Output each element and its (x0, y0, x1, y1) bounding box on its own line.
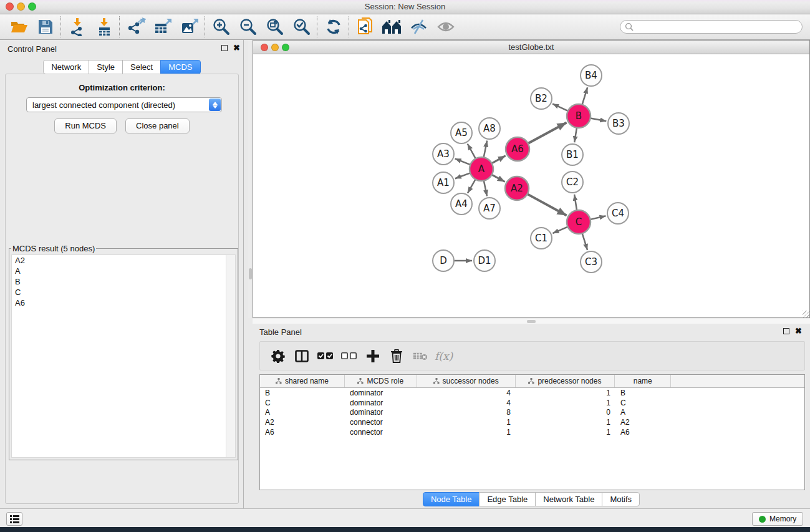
table-row[interactable]: Adominator80A (260, 407, 804, 417)
zoom-in-icon[interactable] (208, 16, 234, 38)
result-item-a6[interactable]: A6 (12, 297, 235, 308)
graph-edge-A-A1[interactable] (455, 173, 470, 178)
result-item-b[interactable]: B (12, 276, 235, 287)
maximize-window-button[interactable] (28, 2, 36, 11)
table-cell[interactable]: A (615, 408, 672, 417)
show-all-icon[interactable] (432, 16, 459, 38)
table-row[interactable]: Cdominator41C (260, 398, 804, 408)
table-cell[interactable]: A6 (615, 428, 672, 437)
minimize-window-button[interactable] (17, 2, 25, 11)
table-cell[interactable]: B (615, 389, 672, 397)
export-network-icon[interactable] (122, 16, 149, 38)
table-cell[interactable]: 1 (417, 428, 516, 437)
graph-edge-A6-B[interactable] (528, 122, 567, 143)
add-column-icon[interactable] (361, 344, 385, 368)
memory-button[interactable]: Memory (752, 512, 803, 526)
graph-edge-A-A7[interactable] (484, 181, 487, 196)
settings-gear-icon[interactable] (266, 344, 290, 368)
table-cell[interactable]: connector (345, 418, 417, 427)
table-cell[interactable]: A2 (260, 418, 345, 427)
graph-edge-B-B1[interactable] (574, 128, 577, 142)
function-builder-icon[interactable]: f(x) (435, 350, 453, 362)
close-window-button[interactable] (6, 2, 14, 11)
table-cell[interactable]: dominator (345, 399, 417, 407)
graph-edge-C-C3[interactable] (582, 233, 587, 250)
tab-network-table[interactable]: Network Table (535, 492, 602, 506)
float-panel-icon[interactable] (221, 45, 228, 51)
graph-edge-A-A8[interactable] (484, 141, 487, 158)
result-list-scrollbar[interactable] (226, 255, 235, 457)
table-cell[interactable]: 4 (417, 389, 516, 397)
graph-edge-C-C1[interactable] (552, 227, 567, 233)
desktop-horizontal-scrollbar-thumb[interactable] (527, 320, 536, 323)
column-header-shared-name[interactable]: shared name (260, 375, 345, 387)
window-resize-grip[interactable] (803, 311, 809, 317)
tab-edge-table[interactable]: Edge Table (479, 492, 536, 506)
import-table-icon[interactable] (90, 16, 117, 38)
column-header-predecessor-nodes[interactable]: predecessor nodes (516, 375, 615, 387)
graph-edge-B-B3[interactable] (591, 118, 607, 122)
network-canvas[interactable]: B4B2BB3A8A5A6B1A3AC2A1A2A4A7C4CC1C3DD1 (254, 54, 809, 317)
result-item-c[interactable]: C (12, 287, 235, 297)
column-header-mcds-role[interactable]: MCDS role (345, 375, 417, 387)
refresh-icon[interactable] (320, 16, 347, 38)
table-row[interactable]: A6connector11A6 (260, 427, 804, 437)
node-table[interactable]: shared nameMCDS rolesuccessor nodesprede… (259, 374, 805, 490)
export-image-icon[interactable] (176, 16, 203, 38)
tab-style[interactable]: Style (89, 60, 123, 74)
table-cell[interactable]: 0 (516, 408, 615, 417)
table-cell[interactable]: dominator (345, 389, 417, 397)
table-cell[interactable]: connector (345, 428, 417, 437)
table-cell[interactable]: A2 (615, 418, 672, 427)
task-history-button[interactable] (6, 512, 22, 526)
export-table-icon[interactable] (149, 16, 176, 38)
select-all-checkboxes-icon[interactable] (314, 344, 337, 368)
save-session-icon[interactable] (32, 16, 59, 38)
open-file-icon[interactable] (5, 16, 32, 38)
first-neighbors-icon[interactable] (378, 16, 405, 38)
float-panel-icon[interactable] (783, 328, 789, 334)
graph-edge-A-A2[interactable] (492, 175, 505, 181)
run-mcds-button[interactable]: Run MCDS (54, 118, 117, 133)
minimize-network-window-button[interactable] (271, 44, 279, 51)
table-cell[interactable]: 1 (516, 399, 615, 407)
table-cell[interactable]: 1 (516, 418, 615, 427)
graph-edge-C-C2[interactable] (574, 195, 577, 210)
mcds-result-list[interactable]: A2ABCA6 (11, 254, 236, 458)
table-cell[interactable]: dominator (345, 408, 417, 417)
close-panel-button[interactable]: Close panel (125, 118, 190, 133)
delete-table-icon[interactable] (408, 344, 432, 368)
table-cell[interactable]: 1 (516, 389, 615, 397)
close-panel-icon[interactable]: ✖ (233, 45, 240, 51)
table-cell[interactable]: A6 (260, 428, 345, 437)
tab-network[interactable]: Network (43, 60, 89, 74)
table-cell[interactable]: C (615, 399, 672, 407)
graph-edge-A-A4[interactable] (468, 179, 476, 193)
close-panel-icon[interactable]: ✖ (795, 328, 802, 334)
tab-select[interactable]: Select (122, 60, 161, 74)
search-input[interactable] (620, 20, 803, 34)
table-cell[interactable]: 1 (516, 428, 615, 437)
graph-edge-A-A3[interactable] (455, 158, 471, 165)
delete-column-icon[interactable] (385, 344, 408, 368)
graph-edge-A-A6[interactable] (492, 156, 506, 163)
column-header-successor-nodes[interactable]: successor nodes (417, 375, 516, 387)
graph-edge-A2-C[interactable] (528, 194, 567, 215)
result-item-a[interactable]: A (12, 266, 235, 276)
table-cell[interactable]: A (260, 408, 345, 417)
tab-motifs[interactable]: Motifs (602, 492, 640, 506)
network-window-titlebar[interactable]: testGlobe.txt (253, 41, 809, 54)
graph-edge-C-C4[interactable] (591, 216, 606, 220)
import-network-icon[interactable] (64, 16, 90, 38)
zoom-selected-icon[interactable] (288, 16, 315, 38)
table-row[interactable]: A2connector11A2 (260, 417, 804, 427)
desktop-vertical-scrollbar-thumb[interactable] (249, 268, 252, 279)
table-row[interactable]: Bdominator41B (260, 388, 804, 398)
graph-edge-B-B2[interactable] (552, 104, 568, 111)
graph-edge-B-B4[interactable] (582, 87, 588, 105)
tab-mcds[interactable]: MCDS (160, 60, 200, 74)
table-cell[interactable]: C (260, 399, 345, 407)
optimization-criterion-dropdown[interactable]: largest connected component (directed) (26, 97, 222, 112)
deselect-all-checkboxes-icon[interactable] (337, 344, 361, 368)
maximize-network-window-button[interactable] (282, 44, 289, 51)
